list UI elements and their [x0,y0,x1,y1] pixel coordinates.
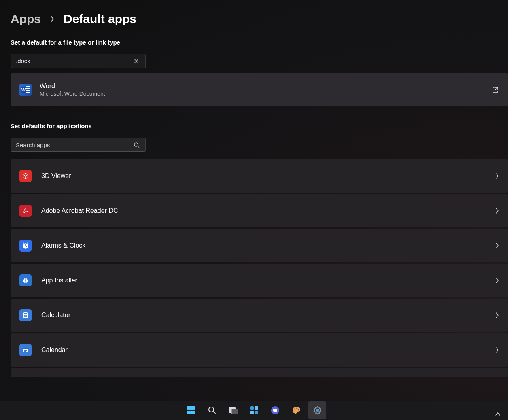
open-link-icon[interactable] [492,86,499,93]
app-name-label: Alarms & Clock [41,242,485,249]
svg-rect-17 [187,406,191,410]
word-icon [19,84,32,96]
paint-button[interactable] [287,401,305,419]
app-name-label: 3D Viewer [41,172,485,180]
app-row-calculator[interactable]: Calculator [11,299,508,332]
svg-rect-20 [191,411,195,414]
breadcrumb: Apps Default apps [11,12,508,26]
app-row-app-installer[interactable]: App Installer [11,264,508,297]
svg-point-8 [25,316,26,317]
taskbar [0,401,508,420]
task-view-button[interactable] [224,401,242,419]
chevron-right-icon [495,173,499,179]
result-text: Word Microsoft Word Document [40,83,484,97]
taskbar-search-button[interactable] [203,401,221,419]
alarms-clock-icon [19,240,32,252]
svg-rect-26 [250,411,254,414]
filetype-input[interactable] [16,57,132,64]
svg-rect-3 [24,313,27,314]
svg-point-31 [296,408,297,409]
app-name-label: Calculator [41,312,485,319]
app-row-adobe-acrobat[interactable]: Adobe Acrobat Reader DC [11,194,508,227]
svg-rect-15 [24,351,25,352]
svg-rect-13 [25,350,26,351]
calendar-icon [19,344,32,356]
tray-show-hidden-icon[interactable] [495,412,501,416]
clear-icon[interactable] [132,56,141,66]
svg-point-32 [298,409,299,411]
apps-search-input[interactable] [16,142,132,148]
svg-rect-25 [255,406,258,410]
apps-list: 3D Viewer Adobe Acrobat Reader DC Alarms… [11,159,508,377]
adobe-acrobat-icon [19,205,32,217]
app-name-label: Adobe Acrobat Reader DC [41,207,485,214]
svg-point-21 [209,407,214,412]
svg-rect-27 [255,411,258,414]
svg-rect-11 [23,348,28,349]
filetype-search-field[interactable] [11,54,146,68]
svg-point-6 [26,315,27,316]
apps-section-label: Set defaults for applications [11,123,508,129]
svg-rect-12 [24,350,25,351]
chat-button[interactable] [266,401,284,419]
app-row-3d-viewer[interactable]: 3D Viewer [11,159,508,193]
svg-rect-16 [25,351,26,352]
filetype-result-card[interactable]: Word Microsoft Word Document [11,73,508,106]
chevron-right-icon [495,242,499,249]
breadcrumb-parent-link[interactable]: Apps [11,12,41,26]
svg-point-4 [24,315,25,316]
widgets-button[interactable] [245,401,263,419]
svg-point-9 [26,316,27,317]
settings-button[interactable] [308,401,326,419]
result-title: Word [40,83,484,90]
app-row-alarms-clock[interactable]: Alarms & Clock [11,229,508,262]
chevron-right-icon [495,208,499,214]
filetype-section-label: Set a default for a file type or link ty… [11,39,508,46]
app-row-partial[interactable] [11,368,508,377]
svg-rect-14 [26,350,27,351]
svg-rect-29 [273,409,277,412]
3dviewer-icon [19,170,32,182]
chevron-right-icon [50,15,55,23]
apps-search-field[interactable] [11,138,146,152]
breadcrumb-current: Default apps [64,12,136,26]
chevron-right-icon [495,277,499,284]
chevron-right-icon [495,312,499,318]
search-icon[interactable] [132,140,141,150]
svg-rect-18 [191,406,195,410]
start-button[interactable] [182,401,200,419]
app-name-label: Calendar [41,346,485,354]
svg-rect-24 [250,406,254,410]
app-row-calendar[interactable]: Calendar [11,333,508,367]
svg-rect-19 [187,411,191,414]
app-installer-icon [19,274,32,286]
svg-point-7 [24,316,25,317]
chevron-right-icon [495,347,499,353]
svg-point-5 [25,315,26,316]
calculator-icon [19,309,32,321]
app-name-label: App Installer [41,277,485,284]
svg-point-33 [316,409,319,412]
svg-rect-23 [231,409,238,414]
result-subtitle: Microsoft Word Document [40,91,484,97]
svg-point-30 [294,409,295,410]
